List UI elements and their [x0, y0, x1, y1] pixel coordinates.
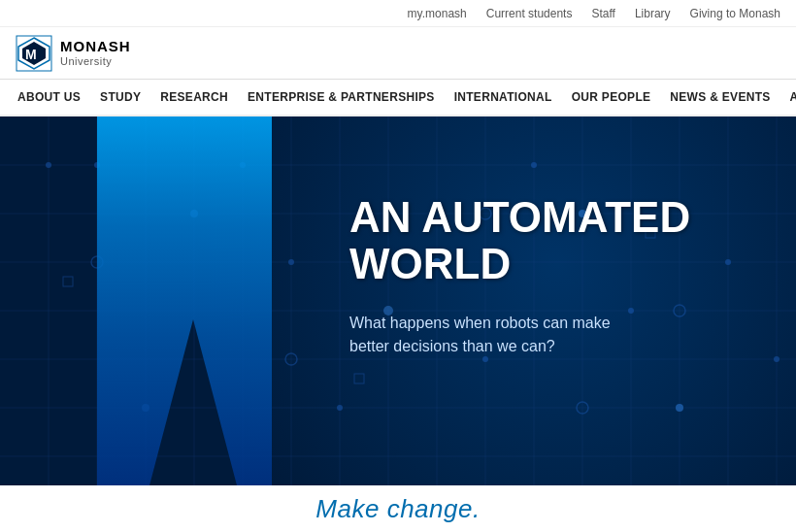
- hero-title: AN AUTOMATED WORLD: [349, 194, 738, 288]
- hero-subtitle: What happens when robots can make better…: [349, 312, 641, 358]
- svg-point-30: [46, 162, 51, 168]
- hero-banner: AN AUTOMATED WORLD What happens when rob…: [0, 116, 796, 485]
- tagline-bar: Make change.: [0, 485, 796, 532]
- utility-bar: my.monash Current students Staff Library…: [0, 0, 796, 27]
- utility-link-staff[interactable]: Staff: [591, 7, 614, 20]
- main-nav: ABOUT US STUDY RESEARCH ENTERPRISE & PAR…: [0, 80, 796, 116]
- utility-link-current-students[interactable]: Current students: [486, 7, 573, 20]
- logo-monash: MONASH: [60, 39, 131, 55]
- svg-rect-52: [354, 374, 364, 383]
- nav-item-international[interactable]: INTERNATIONAL: [445, 79, 562, 116]
- utility-link-mymonash[interactable]: my.monash: [408, 7, 467, 20]
- svg-point-33: [288, 259, 294, 265]
- hero-content: AN AUTOMATED WORLD What happens when rob…: [349, 194, 738, 358]
- svg-point-45: [531, 162, 537, 168]
- nav-items: ABOUT US STUDY RESEARCH ENTERPRISE & PAR…: [8, 79, 796, 116]
- hero-title-line1: AN AUTOMATED: [349, 193, 690, 241]
- svg-text:M: M: [25, 47, 37, 62]
- hero-title-line2: WORLD: [349, 240, 511, 287]
- utility-link-library[interactable]: Library: [635, 7, 671, 20]
- nav-item-study[interactable]: STUDY: [90, 79, 150, 116]
- logo[interactable]: M MONASH University: [16, 35, 131, 72]
- svg-point-43: [337, 405, 343, 411]
- logo-university: University: [60, 55, 131, 67]
- nav-item-our-people[interactable]: OUR PEOPLE: [562, 79, 661, 116]
- nav-item-about-us[interactable]: ABOUT US: [8, 79, 90, 116]
- svg-point-38: [676, 404, 683, 412]
- nav-item-news-events[interactable]: NEWS & EVENTS: [660, 79, 779, 116]
- nav-item-enterprise[interactable]: ENTERPRISE & PARTNERSHIPS: [238, 79, 445, 116]
- header: M MONASH University: [0, 27, 796, 80]
- tagline-text: Make change.: [315, 494, 480, 524]
- nav-item-research[interactable]: RESEARCH: [150, 79, 238, 116]
- nav-item-alumni[interactable]: ALUMNI: [780, 79, 796, 116]
- svg-point-40: [774, 356, 779, 362]
- svg-rect-51: [63, 277, 73, 286]
- logo-text: MONASH University: [60, 39, 131, 67]
- utility-link-giving[interactable]: Giving to Monash: [690, 7, 780, 20]
- monash-crest-icon: M: [16, 35, 52, 72]
